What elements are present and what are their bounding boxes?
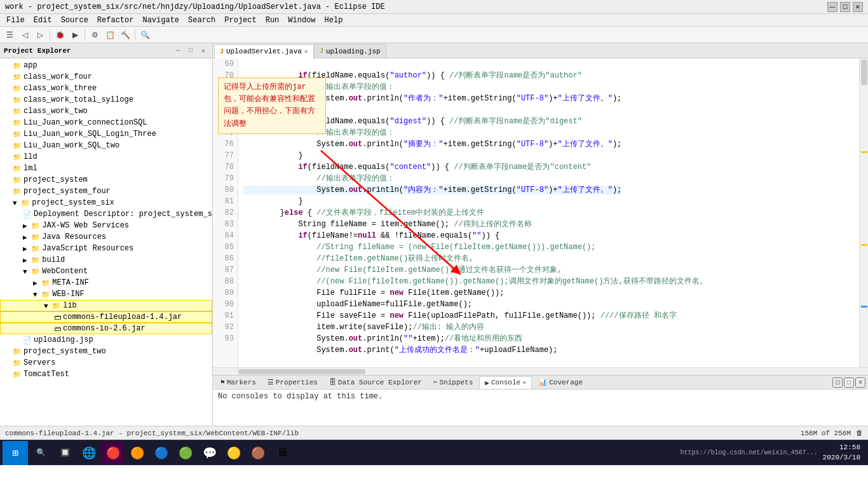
tab-properties[interactable]: ☰ Properties (262, 376, 323, 389)
system-tray: https://blog.csdn.net/weixin_4567... 12:… (681, 443, 865, 463)
menu-refactor[interactable]: Refactor (93, 15, 138, 25)
maximize-button[interactable]: ☐ (840, 2, 850, 12)
tab-uploadservlet[interactable]: J UploadServlet.java ✕ (214, 44, 314, 58)
tab-close-icon[interactable]: ✕ (522, 379, 526, 386)
code-editor[interactable]: if(fieldName.equals("author")) { //判断表单字… (238, 58, 859, 367)
tree-item-jsr[interactable]: ▶ 📁 JavaScript Resources (0, 243, 212, 254)
minimize-button[interactable]: — (827, 2, 837, 12)
tree-item-jws[interactable]: ▶ 📁 JAX-WS Web Services (0, 220, 212, 231)
tree-item-webinf[interactable]: ▼ 📁 WEB-INF (0, 288, 212, 300)
app3-taskbar-btn[interactable]: 🔵 (150, 442, 173, 464)
tab-uploading-jsp[interactable]: J uploading.jsp (314, 44, 386, 58)
tab-markers[interactable]: ⚑ Markers (215, 376, 261, 389)
app4-taskbar-btn[interactable]: 🟢 (174, 442, 197, 464)
tree-item-label: class_work_total_sylloge (24, 95, 133, 104)
tree-item-fileupload-jar[interactable]: 🗃 commons-fileupload-1.4.jar (0, 311, 212, 323)
toolbar-btn-4[interactable]: ⚙ (88, 28, 102, 42)
tree-item-ljwsl2[interactable]: 📁 Liu_Juan_work_SQL_two (0, 140, 212, 151)
status-jar-info: commons-fileupload-1.4.jar - project_sys… (5, 430, 299, 437)
tab-coverage[interactable]: 📊 Coverage (533, 376, 588, 389)
tab-console[interactable]: ▶ Console ✕ (479, 376, 532, 389)
app1-taskbar-btn[interactable]: 🔴 (102, 442, 125, 464)
ie-taskbar-btn[interactable]: 🌐 (78, 442, 100, 464)
toolbar-run[interactable]: ▶ (68, 28, 82, 42)
editor-scrollbar[interactable] (859, 58, 868, 367)
tree-item-lld[interactable]: 📁 lld (0, 151, 212, 163)
tree-item-label: Liu_Juan_work_SQL_two (24, 141, 119, 150)
menu-navigate[interactable]: Navigate (139, 15, 183, 25)
tree-item-lib[interactable]: ▼ 📁 lib (0, 300, 212, 311)
tab-icon: J (220, 48, 224, 55)
search-taskbar-btn[interactable]: 🔍 (29, 442, 52, 464)
tree-item-metainf[interactable]: ▶ 📁 META-INF (0, 277, 212, 288)
menu-file[interactable]: File (3, 15, 29, 25)
tree-item-uploading-jsp[interactable]: 📄 uploading.jsp (0, 334, 212, 346)
tree-item-ljwsl3[interactable]: 📁 Liu_Juan_work_SQL_Login_Three (0, 128, 212, 140)
menu-source[interactable]: Source (57, 15, 92, 25)
tree-item-build[interactable]: ▶ 📁 build (0, 254, 212, 266)
tree-item-tomcattest[interactable]: 📁 TomcatTest (0, 369, 212, 380)
panel-close-icon[interactable]: ✕ (198, 46, 208, 56)
tree-item-servers[interactable]: 📁 Servers (0, 357, 212, 369)
horizontal-scrollbar[interactable] (213, 367, 868, 375)
app2-taskbar-btn[interactable]: 🟠 (126, 442, 149, 464)
panel-minimize-icon[interactable]: — (173, 46, 183, 56)
bottom-panel-btn-2[interactable]: □ (844, 377, 854, 388)
toolbar-btn-1[interactable]: ☰ (3, 28, 17, 42)
tab-snippets[interactable]: ✂ Snippets (428, 376, 478, 389)
tab-icon: J (320, 48, 323, 55)
start-button[interactable]: ⊞ (3, 441, 28, 465)
bottom-panel-btn-3[interactable]: ✕ (855, 377, 865, 388)
tree-item-pss[interactable]: ▼ 📁 project_system_six (0, 197, 212, 208)
tree-item-label: Liu_Juan_work_SQL_Login_Three (24, 130, 156, 139)
tree-item-cwf[interactable]: 📁 class_work_four (0, 71, 212, 83)
menu-search[interactable]: Search (184, 15, 219, 25)
close-button[interactable]: ✕ (853, 2, 863, 12)
panel-maximize-icon[interactable]: □ (186, 46, 196, 56)
app7-taskbar-btn[interactable]: 🖥 (271, 442, 294, 464)
tree-item-psf[interactable]: 📁 project_system_four (0, 186, 212, 197)
wechat-taskbar-btn[interactable]: 💬 (198, 442, 221, 464)
tree-item-cwts[interactable]: 📁 class_work_total_sylloge (0, 94, 212, 105)
tree-item-webcontent[interactable]: ▼ 📁 WebContent (0, 266, 212, 277)
folder-icon: ▶ 📁 (23, 256, 40, 264)
toolbar-btn-2[interactable]: ◁ (18, 28, 32, 42)
tree-item-jr[interactable]: ▶ 📁 Java Resources (0, 231, 212, 243)
menu-project[interactable]: Project (220, 15, 260, 25)
tree-item-cwtwo[interactable]: 📁 class_work_two (0, 105, 212, 117)
app6-taskbar-btn[interactable]: 🟤 (247, 442, 269, 464)
tree-item-dd[interactable]: 📄 Deployment Descriptor: project_system_… (0, 208, 212, 220)
toolbar-search[interactable]: 🔍 (138, 28, 152, 42)
tree-item-pstwo[interactable]: 📁 project_system_two (0, 346, 212, 357)
gc-icon[interactable]: 🗑 (856, 429, 863, 437)
taskbar: ⊞ 🔍 🔲 🌐 🔴 🟠 🔵 🟢 💬 🟡 🟤 🖥 https://blog.csd… (0, 440, 868, 465)
folder-icon: 📁 (13, 130, 22, 139)
tree-item-lml[interactable]: 📁 lml (0, 163, 212, 174)
folder-icon: ▼ 📁 (23, 268, 40, 276)
menu-edit[interactable]: Edit (30, 15, 56, 25)
menu-help[interactable]: Help (321, 15, 347, 25)
menu-run[interactable]: Run (262, 15, 283, 25)
toolbar-btn-5[interactable]: 📋 (103, 28, 117, 42)
project-tree[interactable]: 📁 app 📁 class_work_four 📁 class_work_thr… (0, 58, 212, 426)
tree-item-ljwcs[interactable]: 📁 Liu_Juan_work_connectionSQL (0, 117, 212, 128)
tree-item-label: Java Resources (42, 233, 106, 241)
tree-item-cwt[interactable]: 📁 class_work_three (0, 83, 212, 94)
toolbar-btn-3[interactable]: ▷ (33, 28, 47, 42)
tree-item-label: project_system_four (24, 187, 111, 196)
tree-item-label: Servers (24, 358, 55, 367)
tree-item-label: JAX-WS Web Services (42, 221, 129, 230)
tree-item-app[interactable]: 📁 app (0, 60, 212, 71)
menu-window[interactable]: Window (284, 15, 319, 25)
toolbar-debug[interactable]: 🐞 (53, 28, 67, 42)
app5-taskbar-btn[interactable]: 🟡 (222, 442, 245, 464)
window-controls: — ☐ ✕ (827, 2, 863, 12)
tree-item-ps[interactable]: 📁 project_system (0, 174, 212, 186)
tree-item-commonsio-jar[interactable]: 🗃 commons-io-2.6.jar (0, 323, 212, 334)
toolbar-btn-6[interactable]: 🔨 (118, 28, 132, 42)
bottom-panel-btn-1[interactable]: ⊡ (832, 377, 843, 388)
tab-data-source-explorer[interactable]: 🗄 Data Source Explorer (324, 376, 427, 389)
tab-close-icon[interactable]: ✕ (304, 48, 308, 55)
cortana-taskbar-btn[interactable]: 🔲 (53, 442, 76, 464)
folder-icon: 📁 (13, 73, 22, 81)
